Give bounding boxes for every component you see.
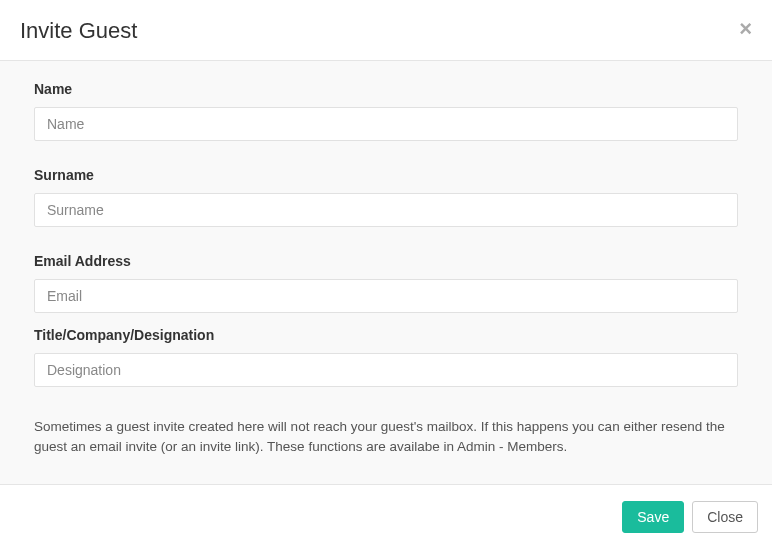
email-input[interactable]	[34, 279, 738, 313]
close-button[interactable]: Close	[692, 501, 758, 533]
help-text: Sometimes a guest invite created here wi…	[34, 417, 738, 458]
save-button[interactable]: Save	[622, 501, 684, 533]
invite-guest-modal: Invite Guest × Name Surname Email Addres…	[0, 0, 772, 549]
email-label: Email Address	[34, 253, 738, 269]
close-icon[interactable]: ×	[739, 18, 752, 40]
designation-label: Title/Company/Designation	[34, 327, 738, 343]
modal-footer: Save Close	[0, 485, 772, 549]
form-group-surname: Surname	[34, 167, 738, 227]
surname-label: Surname	[34, 167, 738, 183]
modal-title: Invite Guest	[20, 18, 137, 44]
name-label: Name	[34, 81, 738, 97]
form-group-email: Email Address	[34, 253, 738, 313]
form-group-designation: Title/Company/Designation	[34, 327, 738, 387]
designation-input[interactable]	[34, 353, 738, 387]
modal-body: Name Surname Email Address Title/Company…	[0, 61, 772, 485]
modal-header: Invite Guest ×	[0, 0, 772, 61]
form-group-name: Name	[34, 81, 738, 141]
surname-input[interactable]	[34, 193, 738, 227]
name-input[interactable]	[34, 107, 738, 141]
